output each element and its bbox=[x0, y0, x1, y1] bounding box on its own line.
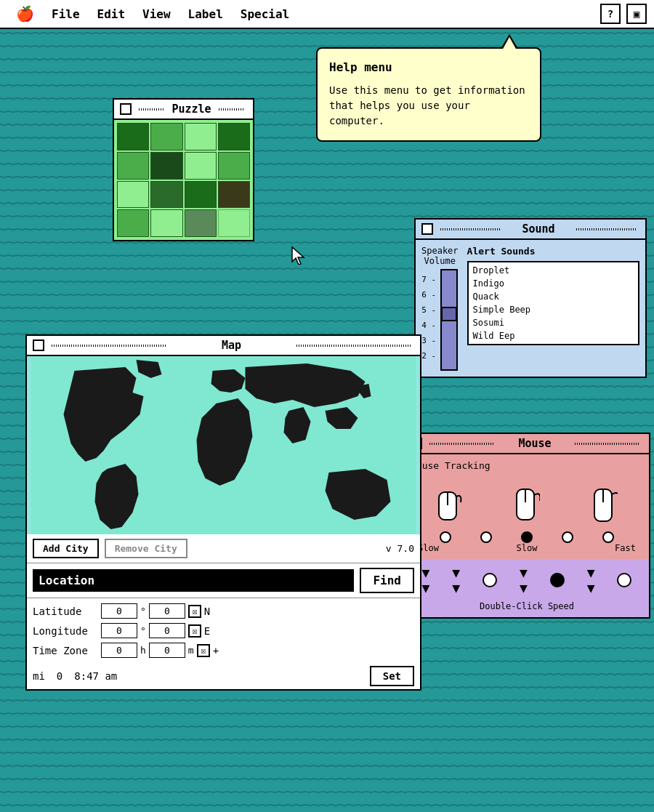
puzzle-piece[interactable] bbox=[218, 123, 250, 150]
vol-label-7: 7 - bbox=[421, 275, 436, 284]
puzzle-piece[interactable] bbox=[185, 123, 217, 150]
latitude-label: Latitude bbox=[33, 606, 98, 617]
edit-menu[interactable]: Edit bbox=[89, 4, 134, 24]
puzzle-close-box[interactable] bbox=[120, 103, 132, 115]
label-menu[interactable]: Label bbox=[179, 4, 232, 24]
sound-item-sosumi[interactable]: Sosumi bbox=[470, 316, 637, 329]
window-icon[interactable]: ▣ bbox=[626, 4, 647, 24]
mouse-title-line-left bbox=[429, 443, 495, 445]
map-close-box[interactable] bbox=[33, 339, 44, 351]
speed-radio-group bbox=[411, 531, 643, 543]
special-menu[interactable]: Special bbox=[232, 4, 298, 24]
sound-close-box[interactable] bbox=[421, 223, 433, 235]
map-title-line-right bbox=[296, 345, 411, 347]
puzzle-piece[interactable] bbox=[150, 152, 182, 180]
lat-direction-checkbox: ☒ N bbox=[188, 605, 210, 618]
vol-label-4: 4 - bbox=[421, 321, 436, 330]
location-row: Find bbox=[27, 563, 420, 598]
puzzle-piece[interactable] bbox=[218, 152, 250, 180]
set-button[interactable]: Set bbox=[370, 666, 414, 686]
menubar-right-icons: ? ▣ bbox=[600, 4, 647, 24]
puzzle-piece[interactable] bbox=[117, 123, 149, 150]
sound-title: Sound bbox=[508, 222, 568, 236]
view-menu[interactable]: View bbox=[134, 4, 179, 24]
tz-h-input[interactable] bbox=[101, 643, 137, 658]
dblclick-circle-icon bbox=[483, 573, 497, 587]
sound-title-line-right bbox=[576, 228, 637, 230]
double-click-speed-label: Double-Click Speed bbox=[411, 601, 643, 611]
speed-radio-3[interactable] bbox=[521, 531, 533, 543]
longitude-deg-input[interactable] bbox=[101, 623, 137, 638]
help-bubble: Help menu Use this menu to get informati… bbox=[316, 47, 541, 142]
mouse-slow-icon bbox=[436, 489, 462, 526]
vol-label-5: 5 - bbox=[421, 305, 436, 315]
lat-dir-check[interactable]: ☒ bbox=[188, 605, 201, 618]
puzzle-piece-empty[interactable] bbox=[218, 209, 250, 237]
puzzle-piece[interactable] bbox=[150, 209, 182, 237]
dblclick-arrow-2: ▼▼ bbox=[452, 565, 460, 595]
sound-item-indigo[interactable]: Indigo bbox=[470, 277, 637, 290]
alert-sounds-section: Alert Sounds Droplet Indigo Quack Simple… bbox=[467, 246, 639, 371]
tz-sign-check[interactable]: ☒ bbox=[197, 644, 210, 657]
remove-city-button[interactable]: Remove City bbox=[105, 539, 187, 558]
speed-label-fast: Fast bbox=[615, 543, 636, 553]
speed-radio-1[interactable] bbox=[440, 531, 451, 543]
speed-labels-row: Slow Slow Fast bbox=[411, 543, 643, 553]
volume-thumb[interactable] bbox=[441, 307, 457, 321]
puzzle-piece[interactable] bbox=[150, 181, 182, 209]
tz-sign-checkbox: ☒ + bbox=[197, 644, 219, 657]
time-display: 8:47 am bbox=[74, 670, 117, 682]
sound-item-droplet[interactable]: Droplet bbox=[470, 264, 637, 277]
location-input[interactable] bbox=[33, 569, 354, 592]
mouse-window: Mouse Mouse Tracking bbox=[403, 433, 650, 619]
puzzle-grid[interactable] bbox=[114, 120, 253, 240]
sound-item-simplebeep[interactable]: Simple Beep bbox=[470, 303, 637, 316]
sound-item-wildeep[interactable]: Wild Eep bbox=[470, 329, 637, 342]
file-menu[interactable]: File bbox=[43, 4, 89, 24]
mi-value: 0 bbox=[57, 670, 62, 682]
puzzle-piece[interactable] bbox=[117, 152, 149, 180]
sound-window: Sound SpeakerVolume 7 - 6 - 5 - 4 - 3 - … bbox=[414, 218, 647, 378]
speed-label-slow2: Slow bbox=[517, 543, 538, 553]
mouse-title-line-right bbox=[575, 443, 640, 445]
puzzle-piece[interactable] bbox=[218, 181, 250, 209]
tz-m-input[interactable] bbox=[149, 643, 185, 658]
map-content[interactable] bbox=[27, 356, 420, 534]
dblclick-radio-selected bbox=[550, 573, 565, 587]
puzzle-piece[interactable] bbox=[117, 181, 149, 209]
puzzle-piece[interactable] bbox=[185, 152, 217, 180]
lat-deg-symbol: ° bbox=[140, 606, 146, 616]
find-button[interactable]: Find bbox=[360, 568, 414, 593]
puzzle-piece[interactable] bbox=[185, 209, 217, 237]
speaker-volume-section: SpeakerVolume 7 - 6 - 5 - 4 - 3 - 2 - bbox=[421, 246, 459, 371]
add-city-button[interactable]: Add City bbox=[33, 539, 99, 558]
sound-titlebar: Sound bbox=[416, 220, 645, 240]
speed-radio-5[interactable] bbox=[602, 531, 614, 543]
lon-dir-check[interactable]: ☒ bbox=[188, 624, 201, 638]
puzzle-piece[interactable] bbox=[185, 181, 217, 209]
puzzle-piece[interactable] bbox=[150, 123, 182, 150]
latitude-deg-input[interactable] bbox=[101, 603, 137, 619]
apple-menu[interactable]: 🍎 bbox=[7, 2, 43, 25]
volume-track[interactable] bbox=[440, 269, 458, 371]
dblclick-arrow-1: ▼▼ bbox=[421, 565, 429, 595]
mouse-title: Mouse bbox=[502, 437, 568, 450]
speed-radio-2[interactable] bbox=[480, 531, 492, 543]
puzzle-piece[interactable] bbox=[117, 209, 149, 237]
dblclick-radio-circle bbox=[483, 573, 497, 587]
lon-dir-label: E bbox=[204, 625, 210, 637]
dblclick-arrow-4: ▼▼ bbox=[587, 565, 595, 595]
version-text: v 7.0 bbox=[386, 543, 414, 554]
map-buttons-row: Add City Remove City v 7.0 bbox=[27, 534, 420, 563]
tz-sign-label: + bbox=[213, 645, 219, 656]
longitude-min-input[interactable] bbox=[149, 623, 185, 638]
volume-labels: 7 - 6 - 5 - 4 - 3 - 2 - bbox=[421, 269, 436, 361]
dblclick-selected-icon bbox=[550, 573, 565, 587]
latitude-min-input[interactable] bbox=[149, 603, 185, 619]
speed-radio-4[interactable] bbox=[562, 531, 573, 543]
vol-label-2: 2 - bbox=[421, 351, 436, 361]
sound-item-quack[interactable]: Quack bbox=[470, 290, 637, 303]
help-icon[interactable]: ? bbox=[600, 4, 621, 24]
mouse-medium-icon bbox=[514, 482, 540, 526]
help-bubble-title: Help menu bbox=[329, 60, 528, 74]
